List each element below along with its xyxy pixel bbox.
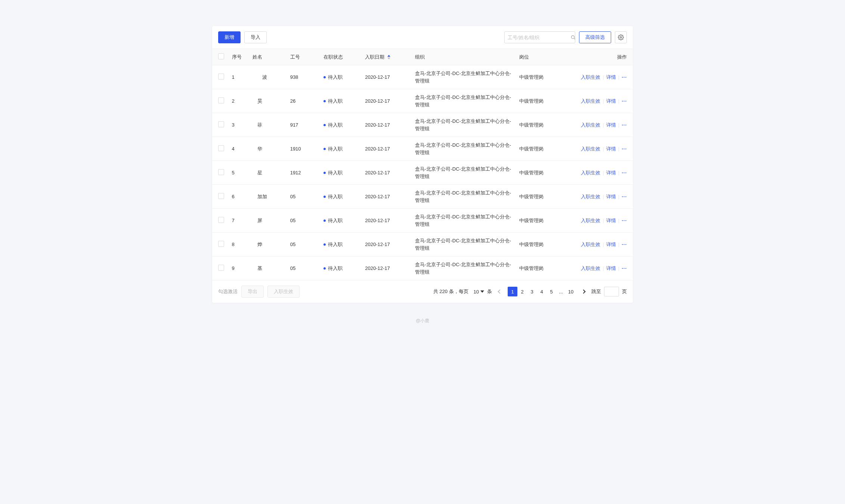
search-input[interactable] bbox=[508, 35, 570, 40]
cell-name: 屏 bbox=[250, 209, 287, 233]
cell-hire-date: 2020-12-17 bbox=[362, 65, 412, 89]
cell-status: 待入职 bbox=[321, 185, 362, 209]
page-size-select[interactable]: 10 bbox=[474, 289, 484, 295]
row-effective-link[interactable]: 入职生效 bbox=[581, 194, 600, 199]
cell-name: 菲 bbox=[250, 113, 287, 137]
row-checkbox[interactable] bbox=[218, 97, 224, 103]
row-effective-link[interactable]: 入职生效 bbox=[581, 242, 600, 247]
cell-org: 盒马-北京子公司-DC-北京生鲜加工中心分仓-管理组 bbox=[412, 65, 516, 89]
data-table: 序号 姓名 工号 在职状态 入职日期 组织 岗位 操作 1 波938待入职202… bbox=[212, 49, 633, 280]
status-dot-icon bbox=[324, 267, 326, 270]
row-detail-link[interactable]: 详情 bbox=[606, 242, 616, 247]
row-more-icon[interactable]: ··· bbox=[622, 74, 627, 80]
cell-seq: 2 bbox=[229, 89, 250, 113]
row-more-icon[interactable]: ··· bbox=[622, 265, 627, 271]
row-more-icon[interactable]: ··· bbox=[622, 146, 627, 152]
cell-seq: 6 bbox=[229, 185, 250, 209]
row-effective-link[interactable]: 入职生效 bbox=[581, 74, 600, 80]
cell-emp-id: 05 bbox=[287, 185, 321, 209]
cell-hire-date: 2020-12-17 bbox=[362, 113, 412, 137]
cell-emp-id: 26 bbox=[287, 89, 321, 113]
row-effective-link[interactable]: 入职生效 bbox=[581, 170, 600, 175]
row-more-icon[interactable]: ··· bbox=[622, 194, 627, 199]
row-effective-link[interactable]: 入职生效 bbox=[581, 265, 600, 271]
cell-name: 华 bbox=[250, 137, 287, 161]
row-effective-link[interactable]: 入职生效 bbox=[581, 218, 600, 223]
cell-name: 基 bbox=[250, 256, 287, 280]
cell-actions: 入职生效|详情|··· bbox=[566, 137, 633, 161]
row-checkbox[interactable] bbox=[218, 265, 224, 271]
page-button-1[interactable]: 1 bbox=[508, 287, 517, 296]
row-detail-link[interactable]: 详情 bbox=[606, 98, 616, 104]
jump-page-input[interactable] bbox=[604, 287, 619, 296]
col-name: 姓名 bbox=[250, 49, 287, 65]
cell-job: 中级管理岗 bbox=[516, 185, 566, 209]
row-detail-link[interactable]: 详情 bbox=[606, 146, 616, 152]
cell-org: 盒马-北京子公司-DC-北京生鲜加工中心分仓-管理组 bbox=[412, 89, 516, 113]
search-wrapper[interactable] bbox=[504, 31, 575, 43]
cell-org: 盒马-北京子公司-DC-北京生鲜加工中心分仓-管理组 bbox=[412, 161, 516, 185]
pagination: 共 220 条，每页 10 条 12345...10 跳至 页 bbox=[433, 287, 627, 296]
row-more-icon[interactable]: ··· bbox=[622, 218, 627, 223]
row-checkbox[interactable] bbox=[218, 241, 224, 247]
row-checkbox[interactable] bbox=[218, 193, 224, 199]
row-more-icon[interactable]: ··· bbox=[622, 122, 627, 128]
page-button-5[interactable]: 5 bbox=[547, 287, 556, 296]
row-checkbox[interactable] bbox=[218, 121, 224, 127]
svg-point-2 bbox=[620, 37, 622, 38]
cell-status: 待入职 bbox=[321, 256, 362, 280]
page-button-2[interactable]: 2 bbox=[517, 287, 527, 296]
cell-job: 中级管理岗 bbox=[516, 161, 566, 185]
next-page-button[interactable] bbox=[579, 287, 588, 296]
col-hire-date[interactable]: 入职日期 bbox=[362, 49, 412, 65]
row-detail-link[interactable]: 详情 bbox=[606, 170, 616, 175]
cell-emp-id: 1910 bbox=[287, 137, 321, 161]
row-detail-link[interactable]: 详情 bbox=[606, 74, 616, 80]
cell-job: 中级管理岗 bbox=[516, 113, 566, 137]
prev-page-button[interactable] bbox=[495, 287, 505, 296]
select-all-checkbox[interactable] bbox=[218, 53, 224, 59]
col-action: 操作 bbox=[566, 49, 633, 65]
row-checkbox[interactable] bbox=[218, 74, 224, 80]
cell-seq: 3 bbox=[229, 113, 250, 137]
cell-seq: 5 bbox=[229, 161, 250, 185]
cell-actions: 入职生效|详情|··· bbox=[566, 65, 633, 89]
col-org: 组织 bbox=[412, 49, 516, 65]
row-detail-link[interactable]: 详情 bbox=[606, 218, 616, 223]
cell-actions: 入职生效|详情|··· bbox=[566, 256, 633, 280]
cell-actions: 入职生效|详情|··· bbox=[566, 113, 633, 137]
export-button[interactable]: 导出 bbox=[241, 286, 264, 298]
row-effective-link[interactable]: 入职生效 bbox=[581, 98, 600, 104]
cell-actions: 入职生效|详情|··· bbox=[566, 89, 633, 113]
row-detail-link[interactable]: 详情 bbox=[606, 265, 616, 271]
import-button[interactable]: 导入 bbox=[244, 31, 267, 43]
settings-button[interactable] bbox=[615, 31, 627, 43]
sort-desc-icon bbox=[387, 57, 390, 59]
table-row: 8 烨05待入职2020-12-17盒马-北京子公司-DC-北京生鲜加工中心分仓… bbox=[212, 233, 633, 256]
cell-status: 待入职 bbox=[321, 233, 362, 256]
add-button[interactable]: 新增 bbox=[218, 31, 241, 43]
col-emp-id: 工号 bbox=[287, 49, 321, 65]
row-more-icon[interactable]: ··· bbox=[622, 170, 627, 175]
page-button-4[interactable]: 4 bbox=[537, 287, 547, 296]
row-detail-link[interactable]: 详情 bbox=[606, 122, 616, 128]
row-more-icon[interactable]: ··· bbox=[622, 242, 627, 247]
sort-icon[interactable] bbox=[387, 55, 390, 59]
batch-effective-button[interactable]: 入职生效 bbox=[267, 286, 300, 298]
cell-hire-date: 2020-12-17 bbox=[362, 137, 412, 161]
row-checkbox[interactable] bbox=[218, 145, 224, 151]
cell-hire-date: 2020-12-17 bbox=[362, 233, 412, 256]
row-detail-link[interactable]: 详情 bbox=[606, 194, 616, 199]
advanced-filter-button[interactable]: 高级筛选 bbox=[579, 31, 611, 43]
cell-hire-date: 2020-12-17 bbox=[362, 209, 412, 233]
col-seq: 序号 bbox=[229, 49, 250, 65]
row-checkbox[interactable] bbox=[218, 217, 224, 223]
row-effective-link[interactable]: 入职生效 bbox=[581, 122, 600, 128]
page-button-3[interactable]: 3 bbox=[527, 287, 537, 296]
search-icon[interactable] bbox=[570, 35, 576, 40]
row-effective-link[interactable]: 入职生效 bbox=[581, 146, 600, 152]
page-button-10[interactable]: 10 bbox=[566, 287, 576, 296]
row-more-icon[interactable]: ··· bbox=[622, 98, 627, 104]
cell-org: 盒马-北京子公司-DC-北京生鲜加工中心分仓-管理组 bbox=[412, 256, 516, 280]
row-checkbox[interactable] bbox=[218, 169, 224, 175]
